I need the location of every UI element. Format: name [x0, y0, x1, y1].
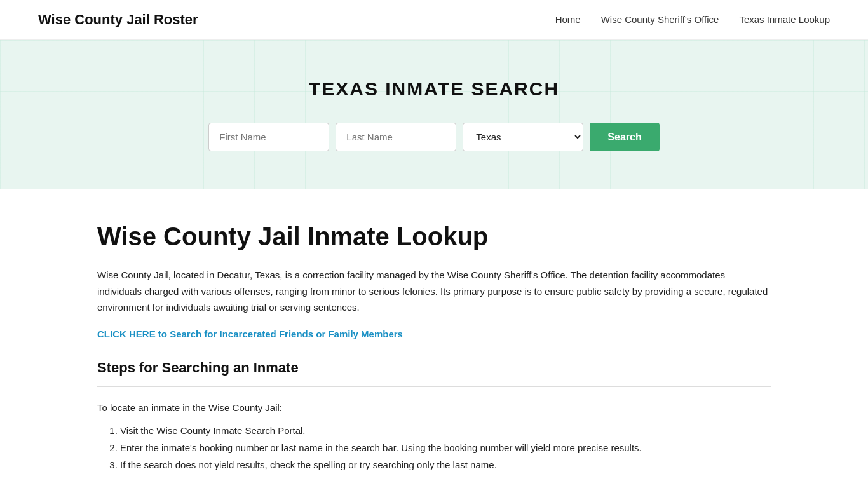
- steps-list: Visit the Wise County Inmate Search Port…: [120, 422, 771, 473]
- inmate-search-form: TexasAlabamaAlaskaArizonaArkansasCalifor…: [13, 123, 855, 151]
- search-button[interactable]: Search: [590, 123, 659, 151]
- step-3: If the search does not yield results, ch…: [120, 456, 771, 473]
- hero-section: TEXAS INMATE SEARCH TexasAlabamaAlaskaAr…: [0, 40, 868, 189]
- last-name-input[interactable]: [336, 123, 456, 151]
- step-2: Enter the inmate's booking number or las…: [120, 439, 771, 456]
- click-here-link[interactable]: CLICK HERE to Search for Incarcerated Fr…: [97, 329, 771, 339]
- nav-inmate-lookup[interactable]: Texas Inmate Lookup: [739, 14, 830, 25]
- nav-home[interactable]: Home: [555, 14, 581, 25]
- site-header: Wise County Jail Roster Home Wise County…: [0, 0, 868, 40]
- main-nav: Home Wise County Sheriff's Office Texas …: [555, 14, 830, 25]
- state-select[interactable]: TexasAlabamaAlaskaArizonaArkansasCalifor…: [463, 123, 583, 151]
- nav-sheriffs-office[interactable]: Wise County Sheriff's Office: [601, 14, 719, 25]
- locate-text: To locate an inmate in the Wise County J…: [97, 402, 771, 413]
- steps-heading: Steps for Searching an Inmate: [97, 360, 771, 376]
- step-1: Visit the Wise County Inmate Search Port…: [120, 422, 771, 439]
- site-logo[interactable]: Wise County Jail Roster: [38, 11, 198, 28]
- main-content: Wise County Jail Inmate Lookup Wise Coun…: [59, 189, 809, 488]
- description-text: Wise County Jail, located in Decatur, Te…: [97, 267, 771, 316]
- first-name-input[interactable]: [208, 123, 329, 151]
- page-heading: Wise County Jail Inmate Lookup: [97, 221, 771, 252]
- section-divider: [97, 386, 771, 387]
- hero-title: TEXAS INMATE SEARCH: [13, 78, 855, 100]
